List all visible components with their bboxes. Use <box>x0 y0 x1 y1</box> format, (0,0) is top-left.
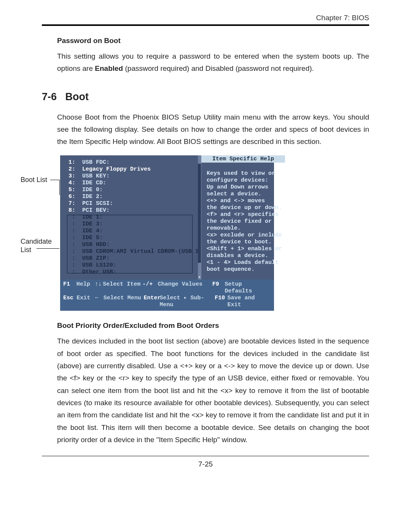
help-line: <+> and <-> moves <box>207 198 282 204</box>
action-select-submenu: Select ▸ Sub-Menu <box>159 295 215 308</box>
label-boot-list: Boot List <box>21 176 47 184</box>
password-on-boot-text: This setting allows you to require a pas… <box>57 50 369 75</box>
label-candidate-2: List <box>21 246 31 254</box>
help-line: select a device. <box>207 191 282 198</box>
key-f10: F10 <box>215 295 227 308</box>
candidate-list-item[interactable]: : USB ZIP: <box>68 255 199 262</box>
help-title: Item Specific Help <box>201 155 285 163</box>
section-title: Boot <box>65 91 89 102</box>
boot-list-item[interactable]: 5: IDE 0: <box>68 187 199 193</box>
action-save-exit: Save and Exit <box>227 295 271 308</box>
password-on-boot-block: Password on Boot This setting allows you… <box>57 37 369 75</box>
boot-priority-heading: Boot Priority Order/Excluded from Boot O… <box>57 321 369 330</box>
boot-list-item[interactable]: 1: USB FDC: <box>68 159 199 166</box>
help-line: the device up or down. <box>207 204 282 211</box>
key-f1: F1 <box>63 281 76 295</box>
section-intro: Choose Boot from the Phoenix BIOS Setup … <box>57 111 369 148</box>
legend-row-1: F1 Help ↑↓ Select Item -/+ Change Values… <box>63 281 271 295</box>
help-line: the device to boot. <box>207 239 282 246</box>
label-candidate-1: Candidate <box>21 238 52 246</box>
boot-list-item[interactable]: 6: IDE 2: <box>68 193 199 200</box>
bios-legend: F1 Help ↑↓ Select Item -/+ Change Values… <box>60 280 274 311</box>
legend-row-2: Esc Exit ← Select Menu Enter Select ▸ Su… <box>63 295 271 308</box>
help-line: the device fixed or <box>207 218 282 225</box>
help-line: <x> exclude or include <box>207 232 282 239</box>
boot-list-item[interactable]: 7: PCI SCSI: <box>68 200 199 207</box>
action-exit: Exit <box>76 295 95 308</box>
help-body: Keys used to view or configure devices: … <box>201 163 285 273</box>
candidate-list-item[interactable]: : IDE 1: <box>68 214 199 221</box>
action-setup-defaults: Setup Defaults <box>225 281 271 295</box>
key-f9: F9 <box>212 281 225 295</box>
action-select-menu: Select Menu <box>104 295 144 308</box>
help-line: boot sequence. <box>207 266 282 273</box>
candidate-list-item[interactable]: : IDE 5: <box>68 235 199 241</box>
pob-enabled-bold: Enabled <box>95 64 123 72</box>
help-line: Keys used to view or <box>207 170 282 177</box>
boot-list-item[interactable]: 2: Legacy Floppy Drives <box>68 166 199 173</box>
password-on-boot-heading: Password on Boot <box>57 37 369 45</box>
candidate-list-item[interactable]: : IDE 3: <box>68 221 199 228</box>
page: Chapter 7: BIOS Password on Boot This se… <box>0 0 411 484</box>
boot-priority-block: Boot Priority Order/Excluded from Boot O… <box>57 321 369 446</box>
candidate-list-item[interactable]: : USB LS120: <box>68 262 199 269</box>
help-pane: Item Specific Help Keys used to view or … <box>201 155 285 280</box>
candidate-list-item[interactable]: : IDE 4: <box>68 228 199 235</box>
chapter-header: Chapter 7: BIOS <box>42 14 369 24</box>
leader-line-boot-v <box>59 180 60 195</box>
action-select-item: Select Item <box>103 281 142 295</box>
header-rule <box>42 24 369 26</box>
scrollbar-vertical[interactable]: ▾ <box>198 155 201 280</box>
boot-list-item[interactable]: 4: IDE CD: <box>68 180 199 187</box>
boot-pane[interactable]: 1: USB FDC: 2: Legacy Floppy Drives 3: U… <box>60 155 201 280</box>
key-esc: Esc <box>63 295 76 308</box>
page-number: 7-25 <box>42 460 369 468</box>
leader-line-boot <box>50 180 59 180</box>
key-enter: Enter <box>143 295 159 308</box>
section-heading: 7-6 Boot <box>42 91 369 103</box>
help-line: <Shift + 1> enables or <box>207 246 282 252</box>
candidate-list-item[interactable]: : Other USB: <box>68 269 199 276</box>
pob-text-post: (password required) and Disabled (passwo… <box>123 64 314 72</box>
leader-line-cand <box>37 248 59 249</box>
scroll-down-icon[interactable]: ▾ <box>198 275 201 280</box>
footer-rule <box>42 456 369 456</box>
candidate-list-item[interactable]: : USB HDD: <box>68 241 199 248</box>
boot-list-item[interactable]: 3: USB KEY: <box>68 173 199 180</box>
help-line: Up and Down arrows <box>207 184 282 191</box>
section-intro-block: Choose Boot from the Phoenix BIOS Setup … <box>57 111 369 148</box>
help-line: configure devices: <box>207 177 282 184</box>
help-line: <f> and <r> specifies <box>207 211 282 218</box>
boot-priority-text: The devices included in the boot list se… <box>57 335 369 446</box>
bios-window: 1: USB FDC: 2: Legacy Floppy Drives 3: U… <box>60 155 274 311</box>
section-number: 7-6 <box>42 91 57 102</box>
scrollbar-thumb[interactable] <box>198 164 201 263</box>
bios-figure: Boot List Candidate List 1: USB FDC: 2: … <box>42 155 369 311</box>
boot-list-item[interactable]: 8: PCI BEV: <box>68 207 199 214</box>
updown-arrow-icon: ↑↓ <box>95 281 103 295</box>
help-line: disables a device. <box>207 252 282 259</box>
left-arrow-icon: ← <box>95 295 104 308</box>
bios-top-area: 1: USB FDC: 2: Legacy Floppy Drives 3: U… <box>60 155 274 280</box>
action-help: Help <box>76 281 95 295</box>
key-plusminus: -/+ <box>142 281 158 295</box>
candidate-list-item[interactable]: : USB CDROM:AMI Virtual CDROM-(USB 1 <box>68 248 199 255</box>
help-line: removable. <box>207 225 282 232</box>
action-change-values: Change Values <box>158 281 212 295</box>
help-line: <1 - 4> Loads default <box>207 259 282 266</box>
